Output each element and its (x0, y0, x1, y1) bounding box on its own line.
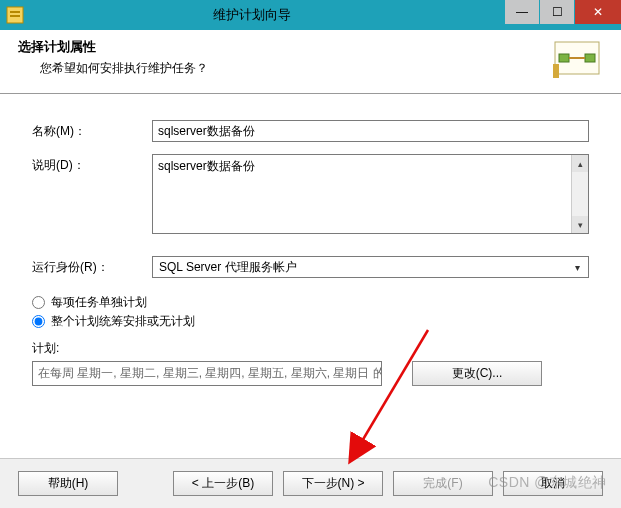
next-button[interactable]: 下一步(N) > (283, 471, 383, 496)
cancel-button[interactable]: 取消 (503, 471, 603, 496)
runas-selected-value: SQL Server 代理服务帐户 (159, 259, 569, 276)
wizard-body: 名称(M)： 说明(D)： ▴ ▾ 运行身份(R)： SQL Server 代理… (0, 94, 621, 386)
description-textarea[interactable] (153, 155, 571, 233)
finish-button: 完成(F) (393, 471, 493, 496)
name-input[interactable] (152, 120, 589, 142)
svg-rect-2 (10, 15, 20, 17)
radio-single-plan-label: 整个计划统筹安排或无计划 (51, 313, 195, 330)
chevron-down-icon: ▾ (569, 258, 586, 276)
title-bar: 维护计划向导 — ☐ ✕ (0, 0, 621, 30)
svg-rect-5 (585, 54, 595, 62)
name-label: 名称(M)： (32, 120, 152, 140)
wizard-header: 选择计划属性 您希望如何安排执行维护任务？ (0, 30, 621, 94)
help-button[interactable]: 帮助(H) (18, 471, 118, 496)
wizard-footer: 帮助(H) < 上一步(B) 下一步(N) > 完成(F) 取消 (0, 458, 621, 508)
wizard-header-icon (553, 36, 603, 80)
schedule-text: 在每周 星期一, 星期二, 星期三, 星期四, 星期五, 星期六, 星期日 的 … (32, 361, 382, 386)
radio-single-plan-input[interactable] (32, 315, 45, 328)
radio-per-task-input[interactable] (32, 296, 45, 309)
maximize-button[interactable]: ☐ (540, 0, 574, 24)
minimize-button[interactable]: — (505, 0, 539, 24)
svg-rect-1 (10, 11, 20, 13)
description-label: 说明(D)： (32, 154, 152, 174)
svg-rect-4 (559, 54, 569, 62)
schedule-row: 在每周 星期一, 星期二, 星期三, 星期四, 星期五, 星期六, 星期日 的 … (32, 361, 589, 386)
runas-select[interactable]: SQL Server 代理服务帐户 ▾ (152, 256, 589, 278)
close-button[interactable]: ✕ (575, 0, 621, 24)
radio-single-plan[interactable]: 整个计划统筹安排或无计划 (32, 313, 589, 330)
schedule-block: 计划: 在每周 星期一, 星期二, 星期三, 星期四, 星期五, 星期六, 星期… (32, 340, 589, 386)
schedule-label: 计划: (32, 340, 589, 357)
window-title: 维护计划向导 (30, 6, 504, 24)
wizard-header-title: 选择计划属性 (18, 38, 603, 56)
description-row: 说明(D)： ▴ ▾ (32, 154, 589, 234)
svg-rect-7 (553, 64, 559, 78)
app-icon (0, 0, 30, 30)
runas-label: 运行身份(R)： (32, 256, 152, 276)
schedule-mode-group: 每项任务单独计划 整个计划统筹安排或无计划 (32, 294, 589, 330)
name-row: 名称(M)： (32, 120, 589, 142)
runas-row: 运行身份(R)： SQL Server 代理服务帐户 ▾ (32, 256, 589, 278)
description-box: ▴ ▾ (152, 154, 589, 234)
radio-per-task[interactable]: 每项任务单独计划 (32, 294, 589, 311)
scroll-down-icon[interactable]: ▾ (572, 216, 588, 233)
description-scrollbar[interactable]: ▴ ▾ (571, 155, 588, 233)
scroll-up-icon[interactable]: ▴ (572, 155, 588, 172)
back-button[interactable]: < 上一步(B) (173, 471, 273, 496)
wizard-header-subtitle: 您希望如何安排执行维护任务？ (40, 60, 603, 77)
change-schedule-button[interactable]: 更改(C)... (412, 361, 542, 386)
radio-per-task-label: 每项任务单独计划 (51, 294, 147, 311)
window-controls: — ☐ ✕ (504, 0, 621, 30)
